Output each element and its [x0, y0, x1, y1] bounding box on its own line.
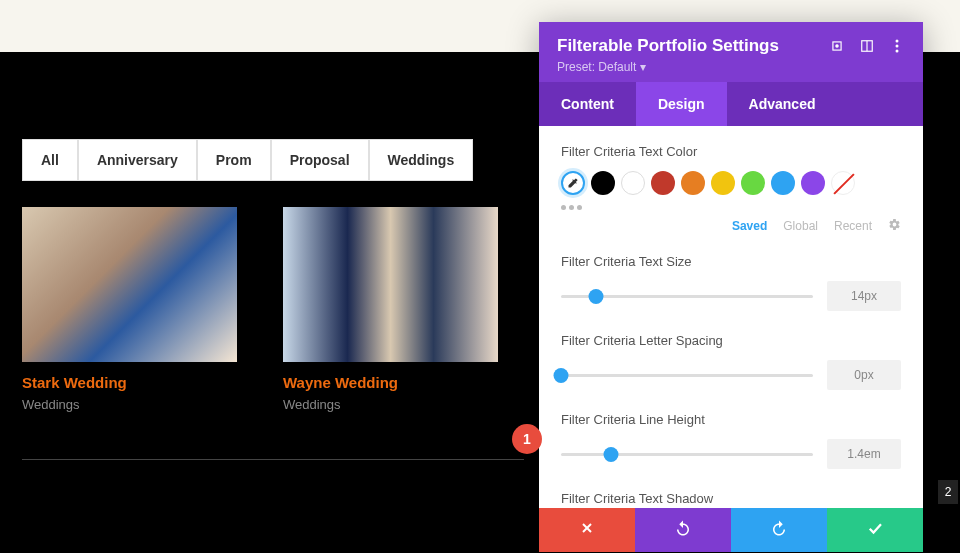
eyedropper-swatch[interactable]	[561, 171, 585, 195]
redo-button[interactable]	[731, 508, 827, 552]
portfolio-title[interactable]: Wayne Wedding	[283, 374, 498, 391]
filter-tab-weddings[interactable]: Weddings	[369, 139, 474, 181]
color-source-row: Saved Global Recent	[561, 218, 901, 234]
color-swatches	[561, 171, 901, 195]
color-swatch-blue[interactable]	[771, 171, 795, 195]
divider	[22, 459, 524, 460]
letter-spacing-slider[interactable]	[561, 374, 813, 377]
portfolio-title[interactable]: Stark Wedding	[22, 374, 237, 391]
text-size-input[interactable]	[827, 281, 901, 311]
more-swatches-icon[interactable]	[561, 205, 901, 210]
filter-tab-all[interactable]: All	[22, 139, 78, 181]
text-color-label: Filter Criteria Text Color	[561, 144, 901, 159]
line-height-input[interactable]	[827, 439, 901, 469]
portfolio-thumbnail[interactable]	[22, 207, 237, 362]
saved-link[interactable]: Saved	[732, 219, 767, 233]
portfolio-item[interactable]: Wayne Wedding Weddings	[283, 207, 498, 412]
filter-tab-prom[interactable]: Prom	[197, 139, 271, 181]
chevron-down-icon: ▾	[640, 60, 646, 74]
portfolio-item[interactable]: Stark Wedding Weddings	[22, 207, 237, 412]
panel-body[interactable]: Filter Criteria Text Color Saved Global …	[539, 126, 923, 508]
recent-link[interactable]: Recent	[834, 219, 872, 233]
annotation-badge-1: 1	[512, 424, 542, 454]
color-swatch-black[interactable]	[591, 171, 615, 195]
gear-icon[interactable]	[888, 218, 901, 234]
cancel-button[interactable]	[539, 508, 635, 552]
svg-point-5	[896, 45, 899, 48]
undo-button[interactable]	[635, 508, 731, 552]
svg-point-6	[896, 50, 899, 53]
portfolio-thumbnail[interactable]	[283, 207, 498, 362]
portfolio-category: Weddings	[283, 397, 498, 412]
tab-design[interactable]: Design	[636, 82, 727, 126]
close-icon	[579, 520, 595, 541]
annotation-badge-2: 2	[938, 480, 958, 504]
panel-header[interactable]: Filterable Portfolio Settings Preset: De…	[539, 22, 923, 82]
color-swatch-orange[interactable]	[681, 171, 705, 195]
color-swatch-red[interactable]	[651, 171, 675, 195]
color-swatch-green[interactable]	[741, 171, 765, 195]
svg-point-1	[836, 45, 838, 47]
global-link[interactable]: Global	[783, 219, 818, 233]
panel-tabs: Content Design Advanced	[539, 82, 923, 126]
color-swatch-purple[interactable]	[801, 171, 825, 195]
portfolio-filter-tabs: All Anniversary Prom Proposal Weddings	[22, 139, 473, 181]
line-height-slider[interactable]	[561, 453, 813, 456]
tab-advanced[interactable]: Advanced	[727, 82, 838, 126]
line-height-control: Filter Criteria Line Height	[561, 412, 901, 469]
text-size-slider[interactable]	[561, 295, 813, 298]
color-swatch-yellow[interactable]	[711, 171, 735, 195]
expand-icon[interactable]	[829, 38, 845, 54]
letter-spacing-label: Filter Criteria Letter Spacing	[561, 333, 901, 348]
portfolio-grid: Stark Wedding Weddings Wayne Wedding Wed…	[22, 207, 498, 412]
letter-spacing-control: Filter Criteria Letter Spacing	[561, 333, 901, 390]
letter-spacing-input[interactable]	[827, 360, 901, 390]
redo-icon	[770, 519, 788, 542]
text-size-label: Filter Criteria Text Size	[561, 254, 901, 269]
svg-point-4	[896, 40, 899, 43]
panel-title: Filterable Portfolio Settings	[557, 36, 829, 56]
color-swatch-white[interactable]	[621, 171, 645, 195]
undo-icon	[674, 519, 692, 542]
portfolio-category: Weddings	[22, 397, 237, 412]
snap-icon[interactable]	[859, 38, 875, 54]
color-swatch-none[interactable]	[831, 171, 855, 195]
text-shadow-label: Filter Criteria Text Shadow	[561, 491, 901, 506]
save-button[interactable]	[827, 508, 923, 552]
tab-content[interactable]: Content	[539, 82, 636, 126]
check-icon	[866, 519, 884, 542]
kebab-menu-icon[interactable]	[889, 38, 905, 54]
settings-panel: Filterable Portfolio Settings Preset: De…	[539, 22, 923, 552]
text-size-control: Filter Criteria Text Size	[561, 254, 901, 311]
line-height-label: Filter Criteria Line Height	[561, 412, 901, 427]
panel-footer	[539, 508, 923, 552]
preset-dropdown[interactable]: Preset: Default ▾	[557, 60, 905, 74]
filter-tab-anniversary[interactable]: Anniversary	[78, 139, 197, 181]
filter-tab-proposal[interactable]: Proposal	[271, 139, 369, 181]
